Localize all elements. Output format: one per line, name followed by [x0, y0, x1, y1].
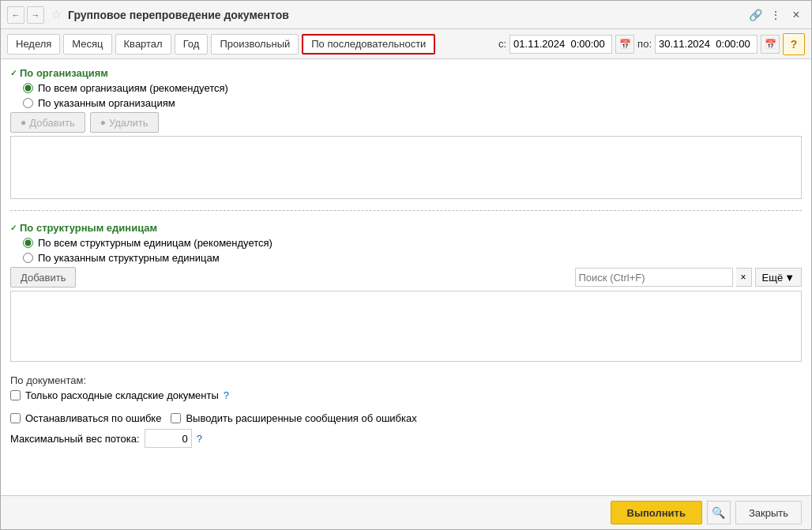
toolbar-help-button[interactable]: ?	[783, 33, 805, 55]
radio-all-units-label: По всем структурным единицам (рекомендуе…	[38, 237, 273, 249]
orgs-add-button[interactable]: ● Добавить	[10, 112, 85, 133]
delete-icon: ●	[100, 117, 106, 128]
struct-toolbar: Добавить × Ещё ▼	[10, 267, 802, 288]
orgs-delete-button[interactable]: ● Удалить	[90, 112, 159, 133]
units-add-button[interactable]: Добавить	[10, 267, 76, 288]
date-to-label: по:	[637, 38, 652, 50]
units-list-area	[10, 291, 802, 362]
radio-all-units-input[interactable]	[23, 238, 33, 248]
bookmark-icon[interactable]: ☆	[51, 7, 62, 22]
window-actions: 🔗 ⋮ ×	[746, 6, 805, 24]
radio-all-orgs-input[interactable]	[23, 83, 33, 93]
by-docs-label: По документам:	[10, 374, 802, 386]
search-input[interactable]	[575, 268, 733, 287]
search-clear-button[interactable]: ×	[736, 268, 752, 287]
structural-units-header[interactable]: ✓ По структурным единицам	[10, 222, 802, 234]
orgs-add-label: Добавить	[29, 117, 74, 129]
only-warehouse-checkbox[interactable]	[10, 390, 21, 400]
tab-custom[interactable]: Произвольный	[211, 34, 299, 55]
link-button[interactable]: 🔗	[746, 6, 764, 24]
more-arrow-icon: ▼	[784, 272, 795, 284]
close-button[interactable]: ×	[788, 6, 805, 24]
struct-search-area: × Ещё ▼	[81, 268, 802, 287]
structural-units-radio-group: По всем структурным единицам (рекомендуе…	[23, 237, 802, 264]
footer-close-button[interactable]: Закрыть	[735, 501, 802, 524]
show-extended-row[interactable]: Выводить расширенные сообщения об ошибка…	[171, 412, 416, 424]
nav-buttons: ← →	[7, 6, 44, 24]
radio-all-orgs[interactable]: По всем организациям (рекомендуется)	[23, 82, 802, 94]
orgs-delete-label: Удалить	[109, 117, 148, 129]
max-weight-label: Максимальный вес потока:	[10, 433, 140, 445]
structural-units-chevron-icon: ✓	[10, 224, 17, 232]
stop-on-error-checkbox[interactable]	[10, 413, 21, 423]
tab-year[interactable]: Год	[175, 34, 209, 55]
structural-units-section: ✓ По структурным единицам По всем структ…	[10, 222, 802, 362]
radio-specified-units-input[interactable]	[23, 253, 33, 263]
toolbar: Неделя Месяц Квартал Год Произвольный По…	[1, 29, 811, 59]
tab-quarter[interactable]: Квартал	[115, 34, 171, 55]
max-weight-help-link[interactable]: ?	[197, 433, 202, 445]
show-extended-checkbox[interactable]	[171, 413, 181, 423]
only-warehouse-help-link[interactable]: ?	[224, 389, 229, 401]
main-window: ← → ☆ Групповое перепроведение документо…	[0, 0, 812, 530]
tab-sequence[interactable]: По последовательности	[302, 34, 435, 55]
bottom-section: По документам: Только расходные складски…	[10, 374, 802, 448]
radio-specified-orgs[interactable]: По указанным организациям	[23, 97, 802, 109]
execute-button[interactable]: Выполнить	[611, 501, 702, 524]
structural-units-title: По структурным единицам	[20, 222, 157, 234]
back-button[interactable]: ←	[7, 6, 24, 24]
divider-1	[10, 210, 802, 211]
options-row: Останавливаться по ошибке Выводить расши…	[10, 412, 802, 424]
date-to-picker[interactable]: 📅	[761, 35, 780, 54]
more-button[interactable]: ⋮	[767, 6, 784, 24]
add-icon: ●	[21, 117, 26, 128]
max-weight-input[interactable]	[145, 429, 192, 448]
forward-button[interactable]: →	[27, 6, 44, 24]
only-warehouse-label: Только расходные складские документы	[25, 389, 219, 401]
units-add-label: Добавить	[21, 272, 66, 284]
orgs-btn-row: ● Добавить ● Удалить	[10, 112, 802, 133]
organizations-title: По организациям	[20, 67, 108, 79]
date-to-input[interactable]	[655, 35, 757, 54]
radio-specified-units[interactable]: По указанным структурным единицам	[23, 252, 802, 264]
stop-on-error-row[interactable]: Останавливаться по ошибке	[10, 412, 161, 424]
show-extended-label: Выводить расширенные сообщения об ошибка…	[186, 412, 416, 424]
footer: Выполнить 🔍 Закрыть	[1, 495, 811, 529]
radio-all-orgs-label: По всем организациям (рекомендуется)	[38, 82, 228, 94]
date-range: с: 📅 по: 📅 ?	[498, 33, 805, 55]
only-warehouse-row: Только расходные складские документы ?	[10, 389, 802, 401]
organizations-section: ✓ По организациям По всем организациям (…	[10, 67, 802, 199]
date-from-input[interactable]	[509, 35, 612, 54]
date-from-label: с:	[498, 38, 506, 50]
main-content: ✓ По организациям По всем организациям (…	[1, 59, 811, 495]
date-from-picker[interactable]: 📅	[615, 35, 634, 54]
radio-specified-orgs-input[interactable]	[23, 98, 33, 108]
max-weight-row: Максимальный вес потока: ?	[10, 429, 802, 448]
tab-week[interactable]: Неделя	[7, 34, 60, 55]
organizations-chevron-icon: ✓	[10, 69, 17, 77]
window-title: Групповое перепроведение документов	[68, 9, 742, 21]
more-label: Ещё	[762, 272, 784, 284]
more-button[interactable]: Ещё ▼	[755, 268, 802, 287]
radio-all-units[interactable]: По всем структурным единицам (рекомендуе…	[23, 237, 802, 249]
tab-month[interactable]: Месяц	[63, 34, 111, 55]
footer-search-button[interactable]: 🔍	[707, 501, 731, 524]
organizations-header[interactable]: ✓ По организациям	[10, 67, 802, 79]
orgs-list-area	[10, 136, 802, 199]
stop-on-error-label: Останавливаться по ошибке	[25, 412, 161, 424]
radio-specified-orgs-label: По указанным организациям	[38, 97, 175, 109]
organizations-radio-group: По всем организациям (рекомендуется) По …	[23, 82, 802, 109]
radio-specified-units-label: По указанным структурным единицам	[38, 252, 220, 264]
title-bar: ← → ☆ Групповое перепроведение документо…	[1, 1, 811, 29]
